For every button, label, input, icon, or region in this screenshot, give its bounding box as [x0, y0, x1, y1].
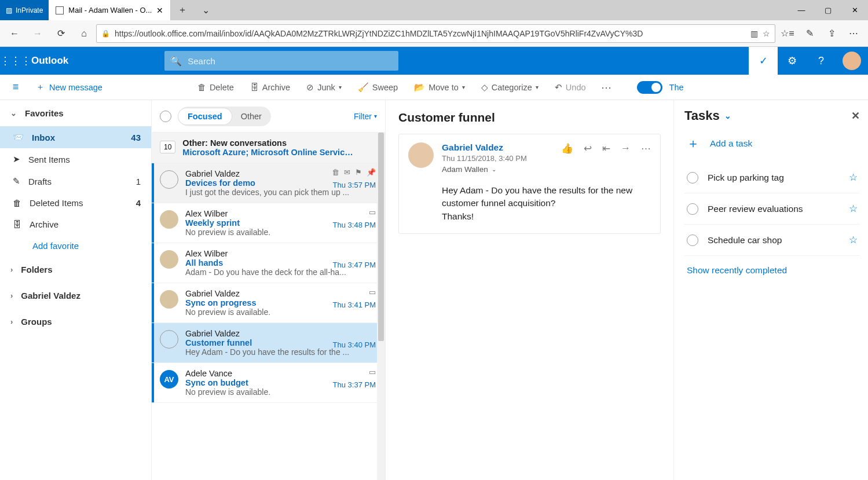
filter-label: Filter — [354, 112, 372, 121]
person-folder[interactable]: ›Gabriel Valdez — [0, 283, 151, 309]
reply-icon[interactable]: ↩ — [584, 142, 592, 174]
scrollbar-thumb[interactable] — [378, 133, 384, 341]
tabs-dropdown-icon[interactable]: ⌄ — [194, 0, 217, 20]
nav-toggle-icon[interactable]: ≡ — [6, 81, 25, 93]
undo-button[interactable]: ↶Undo — [548, 82, 593, 93]
add-favorite-link[interactable]: Add favorite — [0, 235, 151, 257]
select-checkbox[interactable] — [160, 170, 178, 189]
product-name[interactable]: Outlook — [31, 55, 82, 67]
folder-deleted[interactable]: 🗑Deleted Items4 — [0, 192, 151, 214]
sweep-button[interactable]: 🧹Sweep — [351, 82, 405, 93]
like-icon[interactable]: 👍 — [561, 142, 573, 174]
folders-header[interactable]: ›Folders — [0, 257, 151, 283]
more-message-actions-icon[interactable]: ⋯ — [641, 142, 651, 174]
star-icon[interactable]: ☆ — [849, 203, 858, 215]
home-button[interactable]: ⌂ — [73, 23, 95, 45]
notes-icon[interactable]: ✎ — [799, 23, 821, 45]
message-item[interactable]: Gabriel ValdezDevices for demoI just got… — [152, 163, 385, 203]
maximize-button[interactable]: ▢ — [815, 0, 841, 20]
folder-label: Archive — [30, 219, 58, 229]
reading-view-icon[interactable]: ▥ — [750, 29, 758, 38]
select-all-checkbox[interactable] — [160, 111, 171, 122]
help-icon[interactable]: ? — [807, 47, 836, 75]
tab-close-icon[interactable]: ✕ — [156, 6, 163, 15]
select-checkbox[interactable] — [160, 330, 178, 349]
other-new-conversations[interactable]: 10 Other: New conversations Microsoft Az… — [152, 133, 385, 163]
archive-button[interactable]: 🗄Archive — [243, 82, 297, 92]
window-titlebar: ▨ InPrivate Mail - Adam Wallen - O... ✕ … — [0, 0, 868, 20]
tab-other[interactable]: Other — [232, 108, 271, 124]
sender-avatar[interactable] — [160, 210, 178, 229]
todo-pane-button[interactable]: ✓ — [749, 47, 778, 75]
groups-header[interactable]: ›Groups — [0, 309, 151, 335]
sender-name[interactable]: Gabriel Valdez — [442, 142, 527, 153]
archive-icon: 🗄 — [250, 82, 259, 92]
recipient-line[interactable]: Adam Wallen⌄ — [442, 165, 527, 174]
share-icon[interactable]: ⇪ — [821, 23, 843, 45]
show-completed-link[interactable]: Show recently completed — [684, 256, 860, 285]
star-icon[interactable]: ☆ — [849, 171, 858, 184]
delete-icon[interactable]: 🗑 — [332, 168, 339, 177]
list-scrollbar[interactable] — [377, 133, 385, 480]
junk-icon: ⊘ — [306, 82, 314, 93]
address-bar[interactable]: 🔒 https://outlook.office.com/mail/inbox/… — [96, 24, 775, 43]
move-to-button[interactable]: 📂Move to▾ — [407, 82, 472, 93]
task-item[interactable]: Pick up parking tag☆ — [684, 162, 860, 193]
sender-avatar[interactable] — [160, 290, 178, 309]
message-item[interactable]: AVAdele VanceSync on budgetNo preview is… — [152, 363, 385, 403]
account-avatar[interactable] — [843, 52, 861, 70]
favorite-star-icon[interactable]: ☆ — [763, 29, 770, 38]
refresh-button[interactable]: ⟳ — [50, 23, 72, 45]
sender-avatar[interactable] — [408, 142, 434, 168]
search-input[interactable] — [188, 56, 393, 66]
close-tasks-icon[interactable]: ✕ — [851, 109, 860, 122]
search-box[interactable]: 🔍 — [164, 51, 398, 71]
app-launcher-icon[interactable]: ⋮⋮⋮ — [0, 54, 31, 67]
row-icons: 🗑✉⚑📌 — [332, 168, 376, 177]
archive-folder-icon: 🗄 — [13, 219, 21, 229]
message-item[interactable]: Gabriel ValdezCustomer funnelHey Adam - … — [152, 323, 385, 363]
new-message-button[interactable]: ＋ New message — [28, 82, 111, 93]
junk-label: Junk — [317, 83, 335, 92]
new-tab-button[interactable]: ＋ — [171, 0, 194, 20]
task-checkbox[interactable] — [687, 203, 698, 215]
star-icon[interactable]: ☆ — [849, 234, 858, 246]
settings-more-icon[interactable]: ⋯ — [843, 23, 865, 45]
pin-icon[interactable]: 📌 — [367, 168, 376, 177]
flag-icon[interactable]: ⚑ — [355, 168, 362, 177]
sender-avatar[interactable] — [160, 250, 178, 269]
task-item[interactable]: Schedule car shop☆ — [684, 225, 860, 256]
favorites-header[interactable]: ⌄Favorites — [0, 100, 151, 126]
mark-read-icon[interactable]: ✉ — [344, 168, 350, 177]
favorites-hub-icon[interactable]: ☆≡ — [777, 23, 799, 45]
browser-tab[interactable]: Mail - Adam Wallen - O... ✕ — [49, 0, 171, 20]
minimize-button[interactable]: — — [788, 0, 815, 20]
chevron-down-icon[interactable]: ⌄ — [724, 111, 731, 120]
tab-focused[interactable]: Focused — [178, 108, 232, 124]
message-item[interactable]: Alex WilberAll handsAdam - Do you have t… — [152, 243, 385, 283]
task-checkbox[interactable] — [687, 234, 698, 246]
message-item[interactable]: Alex WilberWeekly sprintNo preview is av… — [152, 203, 385, 243]
forward-icon[interactable]: → — [621, 142, 631, 174]
reading-pane-toggle[interactable] — [637, 81, 662, 94]
row-icons: ▭ — [369, 288, 376, 296]
add-task-button[interactable]: ＋ Add a task — [684, 123, 860, 162]
categorize-button[interactable]: ◇Categorize▾ — [474, 82, 545, 93]
sender-avatar[interactable]: AV — [160, 370, 178, 389]
settings-gear-icon[interactable]: ⚙ — [778, 47, 807, 75]
delete-button[interactable]: 🗑Delete — [191, 82, 241, 92]
back-button[interactable]: ← — [3, 23, 25, 45]
task-checkbox[interactable] — [687, 172, 698, 184]
close-window-button[interactable]: ✕ — [841, 0, 868, 20]
reply-all-icon[interactable]: ⇤ — [602, 142, 610, 174]
task-item[interactable]: Peer review evaluations☆ — [684, 193, 860, 225]
filter-button[interactable]: Filter▾ — [354, 112, 377, 121]
folder-sent[interactable]: ➤Sent Items — [0, 148, 151, 170]
junk-button[interactable]: ⊘Junk▾ — [299, 82, 349, 93]
more-actions-button[interactable]: ⋯ — [595, 81, 617, 94]
folder-inbox[interactable]: 📨Inbox43 — [0, 126, 151, 148]
folder-archive[interactable]: 🗄Archive — [0, 214, 151, 235]
folder-drafts[interactable]: ✎Drafts1 — [0, 170, 151, 192]
message-item[interactable]: Gabriel ValdezSync on progressNo preview… — [152, 283, 385, 323]
forward-button[interactable]: → — [27, 23, 49, 45]
